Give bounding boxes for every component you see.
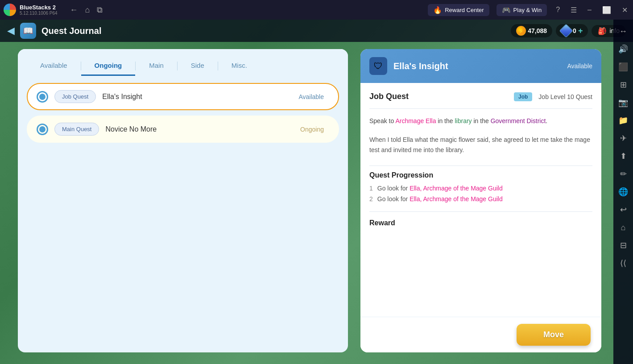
play-win-label: Play & Win [513,7,542,13]
quest-reward-title: Reward [369,211,592,227]
sidebar-home-icon[interactable]: ⌂ [615,219,631,236]
quest-status-novice: Ongoing [295,124,329,135]
add-gem-button[interactable]: + [578,26,583,36]
quest-panel: Available Ongoing Main Side Misc. Job Qu… [18,49,348,352]
sidebar-flight-icon[interactable]: ✈ [615,130,631,146]
tab-main[interactable]: Main [136,56,177,76]
quest-progression-list: 1 Go look for Ella, Archmage of the Mage… [369,185,592,203]
reward-icon: 🔥 [433,6,442,14]
progression-num-1: 1 [369,185,373,192]
progression-text-1: Go look for Ella, Archmage of the Mage G… [377,185,503,192]
nav-home-icon[interactable]: ⌂ [85,5,90,15]
bag-icon: 🎒 [598,27,607,35]
quest-job-badge: Job [514,92,532,101]
coin-amount: 47,088 [528,27,547,34]
progression-item-1: 1 Go look for Ella, Archmage of the Mage… [369,185,592,192]
tab-ongoing[interactable]: Ongoing [81,56,136,76]
gem-icon [559,24,573,37]
topbar: BlueStacks 2 5.12.110.1006 P64 ← ⌂ ⧉ 🔥 R… [0,0,633,20]
quest-shield-icon: 🛡 [369,57,387,75]
desc-speak-to: Speak to [369,117,395,124]
quest-detail-title: Ella's Insight [393,61,561,71]
quest-item-ellas-insight[interactable]: Job Quest Ella's Insight Available [27,83,339,110]
quest-type-row: Job Quest Job Job Level 10 Quest [369,92,592,109]
quest-radio-inner [39,94,46,100]
quest-tabs: Available Ongoing Main Side Misc. [18,49,348,76]
desc-in-the-2: in the [472,117,491,124]
quest-detail-header: 🛡 Ella's Insight Available [360,49,601,83]
nav-copy-icon[interactable]: ⧉ [97,5,103,15]
quest-type-label: Job Quest [369,92,409,101]
bluestacks-logo [4,4,16,16]
topbar-center: 🔥 Reward Center 🎮 Play & Win ? ☰ – ⬜ ✕ [428,4,629,16]
quest-available-badge: Available [567,62,592,70]
minimize-button[interactable]: – [586,4,593,16]
quest-progression-title: Quest Progression [369,165,592,179]
sidebar-folder-icon[interactable]: 📁 [615,112,631,128]
sidebar-undo-icon[interactable]: ↩ [615,202,631,218]
desc-archmage-ella: Archmage Ella [395,117,436,124]
menu-button[interactable]: ☰ [569,4,579,16]
game-ui-bar: ◀ 📖 Quest Journal ⚡ 47,088 0 + 🎒 info [0,20,633,42]
quest-radio-novice-inner [39,126,46,132]
sidebar-apps-icon[interactable]: ⊞ [615,77,631,93]
quest-list: Job Quest Ella's Insight Available Main … [18,76,348,150]
quest-name-ellas-insight: Ella's Insight [102,93,287,101]
desc-period: . [546,117,547,124]
coin-icon: ⚡ [516,26,526,36]
sidebar-minimize-icon[interactable]: ⊟ [615,237,631,253]
move-button[interactable]: Move [517,324,591,346]
sidebar-display-icon[interactable]: ⬛ [615,59,631,75]
quest-type-badge-main: Main Quest [54,123,99,136]
restore-button[interactable]: ⬜ [600,4,613,16]
progression-item-2: 2 Go look for Ella, Archmage of the Mage… [369,195,592,203]
help-button[interactable]: ? [554,4,562,16]
quest-name-novice: Novice No More [105,125,289,133]
reward-center-label: Reward Center [445,7,484,13]
quest-radio-ellas-insight [37,91,48,103]
progression-link-2: Ella, Archmage of the Mage Guild [410,195,503,203]
quest-type-badge-job: Job Quest [54,90,96,103]
progression-link-1: Ella, Archmage of the Mage Guild [410,185,503,192]
playnwin-icon: 🎮 [502,6,511,14]
progression-text-2: Go look for Ella, Archmage of the Mage G… [377,195,503,203]
quest-journal-icon: 📖 [20,23,36,39]
bluestacks-version: 5.12.110.1006 P64 [20,11,58,16]
quest-radio-novice [37,124,48,135]
tab-side[interactable]: Side [178,56,218,76]
quest-journal-title: Quest Journal [41,26,505,36]
quest-status-ellas-insight: Available [293,91,329,102]
game-back-button[interactable]: ◀ [7,25,15,37]
sidebar-volume-icon[interactable]: 🔊 [615,41,631,57]
desc-library: library [455,117,472,124]
desc-government-district: Government District [491,117,546,124]
quest-detail-panel: 🛡 Ella's Insight Available Job Quest Job… [360,49,601,352]
play-win-button[interactable]: 🎮 Play & Win [496,4,547,16]
topbar-left: BlueStacks 2 5.12.110.1006 P64 ← ⌂ ⧉ [4,4,428,16]
quest-detail-body: Job Quest Job Job Level 10 Quest Speak t… [360,83,601,315]
topbar-nav: ← ⌂ ⧉ [70,5,103,15]
quest-description: Speak to Archmage Ella in the library in… [369,116,592,126]
quest-detail-footer: Move [360,317,601,352]
tab-available[interactable]: Available [27,56,81,76]
game-currency: ⚡ 47,088 0 + 🎒 info [511,24,626,37]
progression-num-2: 2 [369,195,373,203]
sidebar-upload-icon[interactable]: ⬆ [615,148,631,164]
sidebar-expand-icon[interactable]: ↔ [615,23,631,39]
quest-level-row: Job Job Level 10 Quest [514,92,592,101]
gem-amount: 0 [573,27,576,34]
tab-misc[interactable]: Misc. [218,56,261,76]
quest-level-text: Job Level 10 Quest [538,93,592,100]
gem-badge: 0 + [556,24,588,37]
quest-story: When I told Ella what the magic flower s… [369,135,592,155]
quest-item-novice-no-more[interactable]: Main Quest Novice No More Ongoing [27,116,339,143]
sidebar-screenshot-icon[interactable]: 📷 [615,95,631,111]
desc-in-the: in the [436,117,455,124]
sidebar-back-icon[interactable]: ⟨⟨ [615,255,631,271]
bluestacks-title: BlueStacks 2 [20,4,58,11]
reward-center-button[interactable]: 🔥 Reward Center [428,4,489,16]
sidebar-edit-icon[interactable]: ✏ [615,166,631,182]
sidebar-location-icon[interactable]: 🌐 [615,184,631,200]
close-button[interactable]: ✕ [620,4,629,16]
nav-back-icon[interactable]: ← [70,5,78,15]
